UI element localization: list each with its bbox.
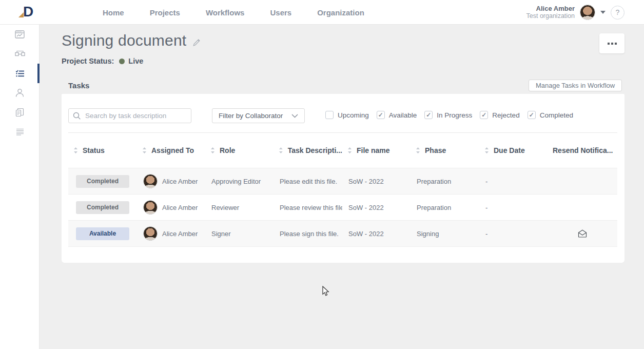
user-name: Alice Amber (526, 5, 575, 12)
filter-upcoming[interactable]: ✓ Upcoming (325, 111, 369, 119)
ellipsis-icon (608, 43, 610, 45)
due-date-cell: - (479, 204, 548, 211)
main-nav: HomeProjectsWorkflowsUsersOrganization (103, 0, 364, 25)
sidebar-item-workflow[interactable] (0, 44, 40, 64)
column-header-file-name[interactable]: File name (342, 146, 411, 154)
dashboard-icon (15, 30, 25, 38)
status-badge: Completed (76, 175, 129, 188)
app-window: D HomeProjectsWorkflowsUsersOrganization… (0, 0, 644, 349)
project-status-label: Project Status: (62, 57, 114, 65)
nav-item-home[interactable]: Home (103, 8, 124, 17)
sidebar-item-documents[interactable] (0, 103, 40, 122)
nav-item-organization[interactable]: Organization (317, 8, 364, 17)
workflow-icon (15, 50, 25, 58)
tasks-icon (15, 70, 25, 77)
sidebar-item-dashboard[interactable] (0, 25, 40, 44)
sort-icon[interactable] (416, 147, 420, 154)
filter-completed[interactable]: ✓ Completed (528, 111, 573, 119)
assigned-to: Alice Amber (162, 230, 198, 238)
phase-cell: Signing (411, 230, 479, 238)
top-bar: D HomeProjectsWorkflowsUsersOrganization… (0, 0, 644, 25)
table-body: Completed Alice Amber Approving Editor P… (68, 168, 617, 246)
nav-item-users[interactable]: Users (270, 8, 291, 17)
user-menu[interactable]: Alice Amber Test organization ? (526, 0, 625, 25)
assigned-to: Alice Amber (162, 178, 198, 185)
status-live-dot (119, 59, 125, 64)
column-header-status[interactable]: Status (68, 146, 137, 154)
file-name-cell: SoW - 2022 (342, 230, 411, 238)
task-description-cell: Please sign this file. (274, 230, 342, 238)
sort-icon[interactable] (142, 147, 147, 154)
sort-icon[interactable] (210, 147, 215, 154)
phase-cell: Preparation (411, 178, 479, 185)
checkbox[interactable]: ✓ (325, 111, 334, 119)
tasks-section-title: Tasks (68, 81, 89, 90)
tasks-panel: Filter by Collaborator ✓ Upcoming ✓ Avai… (62, 94, 625, 263)
role-cell: Signer (205, 230, 274, 238)
column-header-phase[interactable]: Phase (411, 146, 479, 154)
file-name-cell: SoW - 2022 (342, 178, 411, 185)
logo-letter: D (23, 4, 33, 20)
status-filter-group: ✓ Upcoming ✓ Available ✓ In Progress ✓ R… (325, 111, 573, 119)
search-icon (73, 112, 81, 120)
main-content: Signing document Project Status: Live Ta… (40, 25, 644, 349)
user-avatar[interactable] (580, 5, 595, 20)
chevron-down-icon[interactable] (600, 11, 606, 14)
manage-tasks-button[interactable]: Manage Tasks in Workflow (529, 80, 622, 91)
due-date-cell: - (479, 230, 548, 238)
checkbox[interactable]: ✓ (528, 111, 536, 119)
audit-log-icon (16, 128, 24, 135)
nav-item-projects[interactable]: Projects (150, 8, 180, 17)
user-organization: Test organization (526, 12, 575, 20)
project-status: Project Status: Live (62, 57, 143, 65)
nav-item-workflows[interactable]: Workflows (206, 8, 245, 17)
edit-title-icon[interactable] (192, 38, 201, 47)
collaborator-filter-dropdown[interactable]: Filter by Collaborator (212, 108, 305, 123)
sidebar-item-users[interactable] (0, 83, 40, 103)
documents-icon (15, 108, 24, 117)
column-header-role[interactable]: Role (205, 146, 274, 154)
column-header-assigned-to[interactable]: Assigned To (137, 146, 205, 154)
sidebar-item-tasks[interactable] (0, 64, 40, 83)
app-logo[interactable]: D (18, 4, 33, 20)
checkmark-icon: ✓ (529, 112, 534, 118)
checkmark-icon: ✓ (481, 112, 486, 118)
sort-icon[interactable] (484, 147, 489, 154)
users-icon (15, 88, 24, 98)
status-badge: Available (76, 227, 129, 240)
chevron-down-icon (291, 114, 298, 118)
sort-icon[interactable] (73, 147, 78, 154)
sidebar-item-audit-log[interactable] (0, 122, 40, 142)
file-name-cell: SoW - 2022 (342, 204, 411, 211)
filter-rejected[interactable]: ✓ Rejected (480, 111, 519, 119)
phase-cell: Preparation (411, 204, 479, 211)
search-input[interactable] (68, 108, 191, 123)
table-row[interactable]: Completed Alice Amber Reviewer Please re… (68, 194, 617, 220)
task-description-cell: Please edit this file. (274, 178, 342, 185)
filter-in-progress[interactable]: ✓ In Progress (424, 111, 472, 119)
due-date-cell: - (479, 178, 548, 185)
table-header-row: Status Assigned To Role Task Descripti..… (68, 133, 617, 168)
help-button[interactable]: ? (611, 6, 625, 20)
avatar (143, 226, 158, 241)
status-badge: Completed (76, 201, 129, 214)
checkbox[interactable]: ✓ (480, 111, 488, 119)
tasks-table: Status Assigned To Role Task Descripti..… (68, 132, 617, 247)
checkbox[interactable]: ✓ (424, 111, 433, 119)
resend-notification-icon[interactable] (577, 229, 588, 238)
page-title: Signing document (62, 32, 186, 49)
project-status-value: Live (128, 57, 143, 65)
sort-icon[interactable] (347, 147, 352, 154)
sort-icon[interactable] (279, 147, 283, 154)
column-header-resend-notifica: Resend Notifica... (548, 146, 617, 154)
more-actions-button[interactable] (599, 33, 625, 53)
column-header-task-descripti[interactable]: Task Descripti... (274, 146, 342, 154)
column-header-due-date[interactable]: Due Date (479, 146, 548, 154)
task-description-cell: Please review this file. (274, 204, 342, 211)
checkbox[interactable]: ✓ (377, 111, 385, 119)
table-row[interactable]: Completed Alice Amber Approving Editor P… (68, 168, 617, 194)
checkmark-icon: ✓ (426, 112, 431, 118)
filter-available[interactable]: ✓ Available (377, 111, 417, 119)
checkmark-icon: ✓ (378, 112, 383, 118)
table-row[interactable]: Available Alice Amber Signer Please sign… (68, 220, 617, 246)
